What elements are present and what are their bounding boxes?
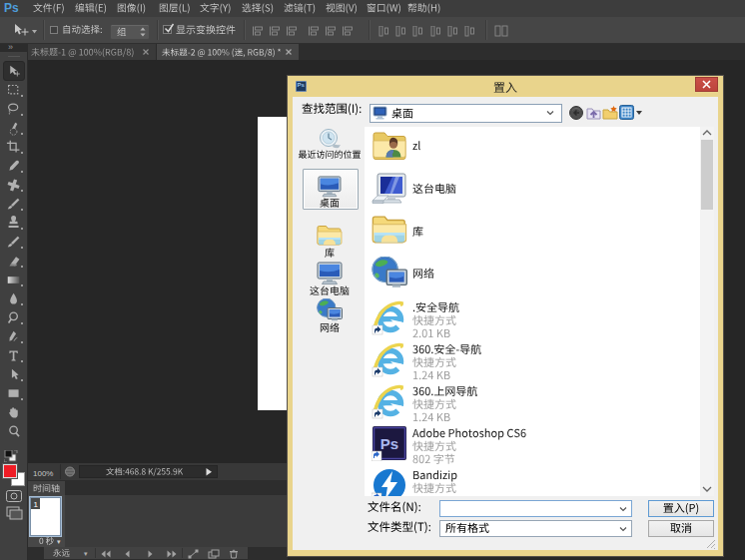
svg-text:Ps: Ps [380, 435, 398, 452]
